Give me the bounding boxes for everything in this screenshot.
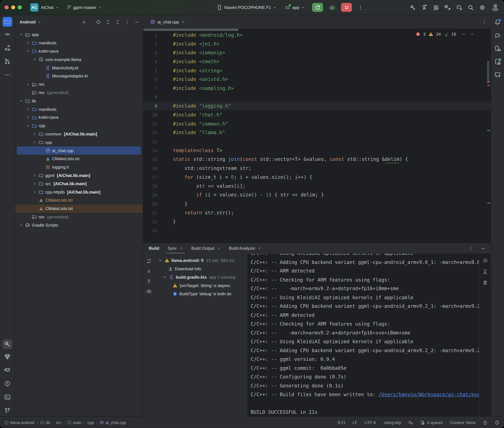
code-line-16[interactable]: 16 std::ostringstream str; [143, 164, 491, 173]
tree-row-src[interactable]: src[AiChat.lib.main] [15, 180, 143, 188]
code-line-23[interactable]: 23 [143, 226, 491, 235]
build-project-button[interactable] [408, 3, 417, 12]
apply-changes-button[interactable] [420, 3, 429, 12]
inspections-widget[interactable]: 3 24 15 [414, 31, 476, 37]
code-line-20[interactable]: 20 } [143, 199, 491, 208]
window-close-button[interactable] [4, 5, 9, 9]
error-stripe-mark[interactable] [487, 203, 490, 204]
run-configuration-selector[interactable]: app [284, 4, 305, 10]
new-file-button[interactable] [81, 19, 86, 25]
tree-row-kotlin-java[interactable]: kotlin+java [15, 47, 143, 55]
build-pin-button[interactable] [146, 278, 152, 284]
build-options-button[interactable] [468, 246, 473, 251]
tree-row-cpp-httplib[interactable]: cpp-httplib[AiChat.lib.main] [15, 188, 143, 196]
code-line-13[interactable]: 13 [143, 137, 491, 146]
tree-row-cmakelists-txt[interactable]: CMakeLists.txt [15, 196, 143, 204]
code-line-10[interactable]: 10#include "chat.h" [143, 110, 491, 119]
code-editor[interactable]: 1#include <android/log.h>2#include <jni.… [143, 29, 491, 243]
device-selector[interactable]: Xiaomi POCOPHONE F1 [217, 4, 277, 10]
debug-app-button[interactable] [328, 3, 336, 12]
tree-row-cpp[interactable]: cpp [15, 138, 143, 147]
project-options-button[interactable] [125, 19, 130, 25]
tree-row-manifests[interactable]: manifests [15, 39, 143, 47]
tool-version-control-button[interactable] [4, 407, 10, 414]
expand-all-button[interactable] [105, 19, 111, 25]
build-tab-build-analyzer[interactable]: Build Analyzer [229, 243, 261, 254]
editor-tab-ai-chat-cpp[interactable]: ai_chat.cpp [147, 15, 188, 29]
previous-problem-button[interactable] [461, 32, 466, 36]
tree-row-res[interactable]: res(generated) [15, 213, 143, 221]
code-line-17[interactable]: 17 for (size_t i = 0; i < values.size();… [143, 173, 491, 181]
breadcrumb-item[interactable]: ai_chat.cpp [100, 420, 126, 425]
tool-commit-button[interactable] [4, 31, 10, 38]
tool-app-quality-insights-button[interactable] [4, 354, 10, 360]
tool-structure-button[interactable] [4, 45, 10, 51]
code-line-14[interactable]: 14template<class T> [143, 146, 491, 155]
file-lock-toggle[interactable] [483, 420, 487, 425]
tool-pull-requests-button[interactable] [4, 58, 10, 64]
hide-build-panel-button[interactable] [480, 246, 486, 251]
close-icon[interactable] [179, 247, 183, 250]
code-line-7[interactable]: 7#include <sampling.h> [143, 84, 491, 93]
clang-tidy-status[interactable]: .clang-tidy [383, 420, 401, 425]
code-line-8[interactable]: 8 [143, 93, 491, 102]
resolve-context[interactable]: Context: None [450, 420, 476, 425]
tool-problems-button[interactable] [4, 380, 10, 387]
notifications-button[interactable] [494, 19, 501, 25]
code-line-9[interactable]: 9#include "logging.h" [143, 102, 491, 110]
tool-more-button[interactable] [4, 72, 10, 78]
code-line-19[interactable]: 19 if (i < values.size() - 1) { str << d… [143, 190, 491, 199]
build-stop-button[interactable] [146, 268, 152, 274]
build-tab-build-output[interactable]: Build Output [191, 243, 221, 254]
stop-app-button[interactable] [341, 3, 352, 12]
scroll-to-end-button[interactable] [482, 268, 488, 274]
editor-horizontal-scrollbar[interactable] [143, 29, 239, 31]
editor-vertical-scrollbar[interactable] [487, 61, 490, 83]
project-selector[interactable]: AiChat [41, 5, 59, 10]
rerun-app-button[interactable] [312, 3, 323, 12]
tree-row-res[interactable]: res(generated) [15, 89, 143, 97]
build-filter-button[interactable] [146, 288, 152, 294]
editorconfig-button[interactable] [408, 420, 413, 425]
build-output-path-link[interactable]: /Users/hanyin/Workspace/ai-chat/examples… [378, 392, 491, 397]
select-opened-file-button[interactable] [96, 19, 101, 25]
vcs-branch-selector[interactable]: ggml-master [66, 5, 102, 10]
close-icon[interactable] [258, 247, 262, 250]
breadcrumb-item[interactable]: main [67, 420, 82, 425]
clear-console-button[interactable] [482, 280, 488, 285]
collapse-all-button[interactable] [115, 19, 120, 25]
project-view-selector[interactable]: Android [19, 19, 41, 24]
code-line-21[interactable]: 21 return str.str(); [143, 208, 491, 217]
window-zoom-button[interactable] [18, 5, 22, 9]
build-restart-button[interactable] [146, 258, 152, 264]
code-line-18[interactable]: 18 str << values[i]; [143, 181, 491, 190]
profiler-button[interactable] [431, 3, 440, 12]
vcs-stripe-mark[interactable] [487, 130, 490, 131]
soft-wrap-button[interactable] [482, 257, 488, 263]
indent-selector[interactable]: 4 spaces [420, 420, 443, 425]
settings-button[interactable] [478, 3, 487, 12]
breadcrumb-item[interactable]: lib [40, 420, 50, 425]
code-line-3[interactable]: 3#include <iomanip> [143, 48, 491, 57]
close-icon[interactable] [181, 20, 185, 24]
build-tab-sync[interactable]: Sync [168, 243, 183, 254]
tree-row-common[interactable]: common[AiChat.lib.main] [15, 130, 143, 138]
tree-row-res[interactable]: res [15, 80, 143, 88]
tree-row-app[interactable]: app [15, 31, 143, 39]
tool-terminal-button[interactable] [4, 394, 10, 400]
error-stripe-mark[interactable] [487, 85, 490, 86]
tree-row-ggml[interactable]: ggml[AiChat.lib.main] [15, 171, 143, 180]
caret-position[interactable]: 9:21 [338, 420, 346, 425]
build-tree-row-build-gradle-kts[interactable]: build.gradle.kts app 1 warning [143, 273, 247, 281]
code-line-4[interactable]: 4#include <cmath> [143, 57, 491, 66]
code-line-5[interactable]: 5#include <string> [143, 66, 491, 75]
attach-debugger-button[interactable] [443, 3, 452, 12]
gemini-chat-button[interactable] [494, 72, 501, 78]
error-stripe-mark[interactable] [487, 81, 490, 82]
next-problem-button[interactable] [470, 32, 474, 36]
tree-row-mainactivity-kt[interactable]: MainActivity.kt [15, 64, 143, 72]
hide-project-panel-button[interactable] [134, 19, 139, 25]
breadcrumb-item[interactable]: llama.android [4, 420, 34, 425]
build-tree-row-buildtype-info[interactable]: BuildType 'debug' is both de [143, 290, 247, 298]
tool-logcat-button[interactable] [4, 367, 10, 373]
